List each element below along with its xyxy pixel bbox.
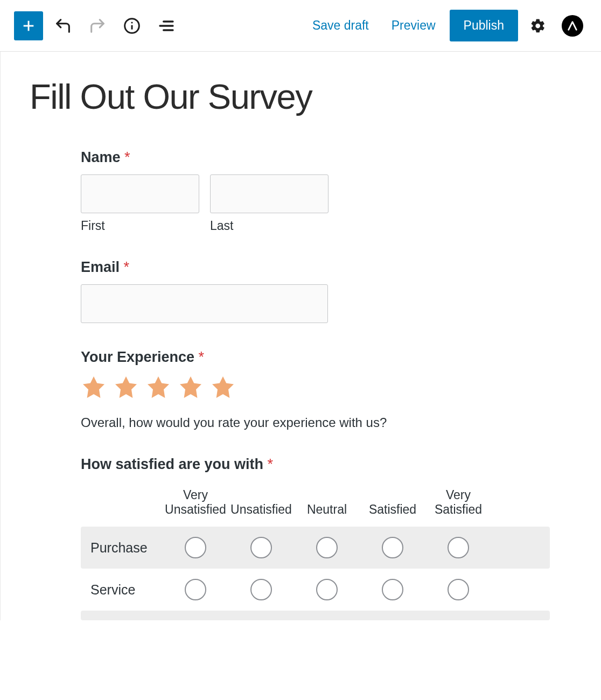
satisfaction-label-text: How satisfied are you with	[81, 456, 263, 472]
satisfaction-label: How satisfied are you with *	[81, 456, 550, 473]
redo-button	[83, 11, 112, 40]
page-title[interactable]: Fill Out Our Survey	[30, 76, 601, 117]
star-icon	[210, 374, 236, 400]
radio-service-1[interactable]	[185, 579, 206, 600]
preview-button[interactable]: Preview	[383, 13, 444, 38]
likert-row-next	[81, 611, 550, 620]
save-draft-button[interactable]: Save draft	[304, 13, 378, 38]
star-3[interactable]	[145, 374, 171, 402]
required-mark: *	[124, 149, 130, 165]
last-name-input[interactable]	[210, 174, 329, 213]
site-logo-button[interactable]	[558, 11, 587, 40]
first-name-input[interactable]	[81, 174, 199, 213]
star-icon	[178, 374, 204, 400]
survey-form: Name * First Last Email *	[10, 149, 550, 620]
radio-service-5[interactable]	[448, 579, 469, 600]
experience-label-text: Your Experience	[81, 349, 194, 365]
name-label: Name *	[81, 149, 550, 166]
add-block-button[interactable]	[14, 11, 43, 40]
likert-header-row: Very Unsatisfied Unsatisfied Neutral Sat…	[81, 488, 550, 527]
email-input[interactable]	[81, 284, 328, 323]
radio-purchase-3[interactable]	[316, 537, 338, 558]
rating-stars	[81, 374, 550, 402]
email-label: Email *	[81, 259, 550, 276]
likert-row-service: Service	[81, 569, 550, 611]
likert-col-header: Unsatisfied	[228, 488, 294, 527]
star-icon	[145, 374, 171, 400]
star-1[interactable]	[81, 374, 107, 402]
experience-label: Your Experience *	[81, 349, 550, 366]
radio-purchase-2[interactable]	[250, 537, 272, 558]
email-field-group: Email *	[81, 259, 550, 323]
gear-icon	[530, 18, 546, 34]
settings-button[interactable]	[523, 11, 553, 40]
radio-purchase-4[interactable]	[382, 537, 403, 558]
radio-purchase-1[interactable]	[185, 537, 206, 558]
required-mark: *	[268, 456, 274, 472]
star-2[interactable]	[113, 374, 139, 402]
radio-service-4[interactable]	[382, 579, 403, 600]
likert-row-purchase: Purchase	[81, 527, 550, 569]
required-mark: *	[124, 259, 130, 275]
first-name-sublabel: First	[81, 219, 199, 233]
radio-purchase-5[interactable]	[448, 537, 469, 558]
editor-canvas: Fill Out Our Survey Name * First Last Em…	[0, 52, 601, 620]
likert-col-header: Very Satisfied	[425, 488, 491, 527]
last-name-sublabel: Last	[210, 219, 329, 233]
email-label-text: Email	[81, 259, 120, 275]
publish-button[interactable]: Publish	[450, 10, 518, 41]
required-mark: *	[199, 349, 205, 365]
name-label-text: Name	[81, 149, 121, 165]
satisfaction-field-group: How satisfied are you with * Very Unsati…	[81, 456, 550, 620]
plus-icon	[21, 18, 36, 33]
info-icon	[123, 17, 141, 34]
likert-col-header: Satisfied	[360, 488, 425, 527]
star-icon	[81, 374, 107, 400]
name-field-group: Name * First Last	[81, 149, 550, 233]
svg-point-4	[131, 22, 132, 23]
experience-help-text: Overall, how would you rate your experie…	[81, 415, 550, 430]
list-icon	[158, 17, 175, 34]
likert-table: Very Unsatisfied Unsatisfied Neutral Sat…	[81, 488, 550, 620]
likert-col-header: Neutral	[294, 488, 360, 527]
star-5[interactable]	[210, 374, 236, 402]
likert-row-label: Purchase	[81, 540, 163, 556]
radio-service-3[interactable]	[316, 579, 338, 600]
undo-icon	[54, 17, 72, 35]
likert-col-header: Very Unsatisfied	[163, 488, 228, 527]
radio-service-2[interactable]	[250, 579, 272, 600]
outline-button[interactable]	[152, 11, 181, 40]
experience-field-group: Your Experience * Overall, how would you…	[81, 349, 550, 430]
info-button[interactable]	[117, 11, 146, 40]
star-icon	[113, 374, 139, 400]
redo-icon	[88, 17, 107, 35]
likert-row-label: Service	[81, 582, 163, 598]
editor-topbar: Save draft Preview Publish	[0, 0, 601, 52]
logo-icon	[562, 15, 583, 37]
undo-button[interactable]	[48, 11, 78, 40]
star-4[interactable]	[178, 374, 204, 402]
